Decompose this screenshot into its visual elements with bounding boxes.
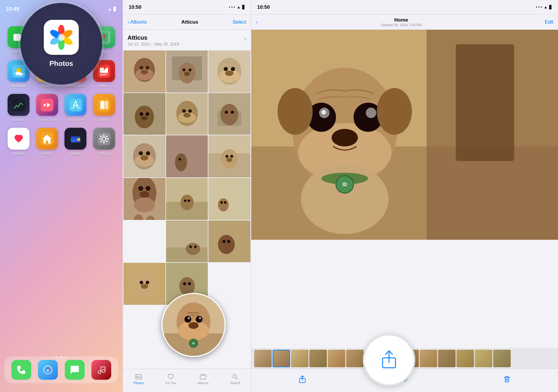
photo-cell-7[interactable] <box>123 135 165 177</box>
svg-point-193 <box>278 88 313 135</box>
settings-icon <box>93 128 115 150</box>
dock-music[interactable] <box>91 360 111 380</box>
app-settings[interactable]: Settings <box>91 128 117 156</box>
tab-albums[interactable]: Albums <box>198 373 209 385</box>
svg-point-118 <box>139 151 143 155</box>
p3-nav-subtitle: October 30, 2014 7:44 PM <box>381 23 422 27</box>
filmstrip-thumb-6[interactable] <box>346 350 364 367</box>
delete-action-btn[interactable] <box>503 375 511 383</box>
svg-point-107 <box>182 109 186 113</box>
photo-cell-6[interactable] <box>208 93 250 135</box>
photo-cell-9[interactable] <box>208 135 250 177</box>
photos-magnified-circle: Photos <box>20 3 102 85</box>
svg-text:ID: ID <box>342 182 347 187</box>
p2-tab-bar: Photos For You Albums Search <box>123 369 251 392</box>
svg-point-145 <box>220 201 223 204</box>
app-wallet[interactable]: Wallet <box>63 128 88 156</box>
photo-cell-room[interactable] <box>166 178 208 220</box>
album-more-chevron[interactable]: › <box>244 35 246 42</box>
filmstrip-thumb-1[interactable] <box>254 350 272 367</box>
photo-cell-extra2[interactable] <box>123 263 165 305</box>
photo-detail-panel: 10:50 • • • ▲ ▊ ‹ Home October 30, 2014 … <box>251 0 558 392</box>
svg-point-6 <box>58 34 65 41</box>
photo-cell-8[interactable] <box>166 135 208 177</box>
photo-cell-5[interactable] <box>166 93 208 135</box>
dock-messages[interactable] <box>65 360 85 380</box>
filmstrip-thumb-4[interactable] <box>309 350 327 367</box>
svg-point-151 <box>194 246 196 248</box>
svg-point-97 <box>231 67 235 71</box>
svg-point-132 <box>138 186 143 191</box>
svg-point-190 <box>366 108 376 118</box>
dock-phone[interactable] <box>11 360 31 380</box>
photo-cell-floor[interactable] <box>166 220 208 262</box>
filmstrip-thumb-2[interactable] <box>273 350 290 367</box>
tab-photos[interactable]: Photos <box>134 373 144 385</box>
svg-point-150 <box>189 246 192 248</box>
p3-back-button[interactable]: ‹ <box>256 19 258 25</box>
svg-rect-201 <box>491 53 505 97</box>
photo-cell-tall[interactable] <box>123 178 165 220</box>
filmstrip-thumb-10[interactable] <box>420 350 437 367</box>
svg-rect-179 <box>201 374 205 375</box>
photo-cell-1[interactable] <box>123 50 165 92</box>
filmstrip-thumb-5[interactable] <box>328 350 345 367</box>
svg-marker-74 <box>47 367 49 369</box>
filmstrip-thumb-13[interactable] <box>475 350 492 367</box>
svg-point-134 <box>140 191 149 198</box>
search-tab-icon <box>232 373 239 380</box>
app-home[interactable]: Home <box>34 128 60 156</box>
share-action-icon <box>298 375 306 383</box>
p2-time: 10:50 <box>129 4 141 10</box>
main-photo-view[interactable]: ID <box>251 30 558 240</box>
app-books[interactable]: Books <box>91 94 117 122</box>
photo-cell-yard[interactable] <box>208 178 250 220</box>
app-appstore[interactable]: App Store <box>63 94 88 122</box>
svg-point-155 <box>227 240 230 243</box>
albums-tab-icon <box>200 373 207 380</box>
p3-nav-title: Home <box>381 17 422 23</box>
svg-point-149 <box>186 243 200 255</box>
photo-cell-4[interactable] <box>123 93 165 135</box>
tab-for-you-label: For You <box>165 381 176 385</box>
svg-point-173 <box>188 322 198 329</box>
filmstrip-thumb-12[interactable] <box>456 350 474 367</box>
share-action-btn[interactable] <box>298 375 306 383</box>
photos-app-icon-large[interactable] <box>44 20 79 55</box>
share-button-circle[interactable] <box>363 334 415 386</box>
svg-point-20 <box>102 35 105 38</box>
p2-select-button[interactable]: Select <box>233 19 246 25</box>
photos-flower-svg <box>48 24 74 50</box>
for-you-tab-icon <box>167 373 174 380</box>
battery-icon: ▊ <box>114 7 117 11</box>
app-itunes[interactable]: iTunes Store <box>34 94 60 122</box>
svg-point-171 <box>187 317 190 319</box>
health-icon <box>8 128 29 150</box>
photos-app-label-large: Photos <box>49 60 73 68</box>
tab-for-you[interactable]: For You <box>165 373 176 385</box>
svg-point-90 <box>182 69 185 71</box>
p3-edit-button[interactable]: Edit <box>545 19 553 25</box>
photo-cell-2[interactable] <box>166 50 208 92</box>
svg-rect-143 <box>208 178 250 220</box>
p3-back-chevron: ‹ <box>256 19 258 25</box>
svg-point-77 <box>102 370 105 372</box>
svg-rect-57 <box>46 141 48 144</box>
tab-photos-label: Photos <box>134 381 144 385</box>
svg-point-73 <box>47 369 48 370</box>
filmstrip-thumb-11[interactable] <box>438 350 456 367</box>
svg-rect-52 <box>100 101 104 109</box>
dock-safari[interactable] <box>38 360 58 380</box>
filmstrip-thumb-3[interactable] <box>291 350 308 367</box>
app-stocks[interactable]: Stocks <box>6 94 32 122</box>
tab-search[interactable]: Search <box>230 373 240 385</box>
photo-cell-3[interactable] <box>208 50 250 92</box>
svg-rect-61 <box>77 138 80 141</box>
svg-point-141 <box>184 200 186 202</box>
p2-back-button[interactable]: ‹ Albums <box>128 19 147 25</box>
svg-point-142 <box>188 200 190 202</box>
appstore-label: App Store <box>67 118 84 122</box>
app-health[interactable]: Health <box>6 128 32 156</box>
filmstrip-thumb-14[interactable] <box>493 350 511 367</box>
photo-cell-extra1[interactable] <box>208 220 250 262</box>
